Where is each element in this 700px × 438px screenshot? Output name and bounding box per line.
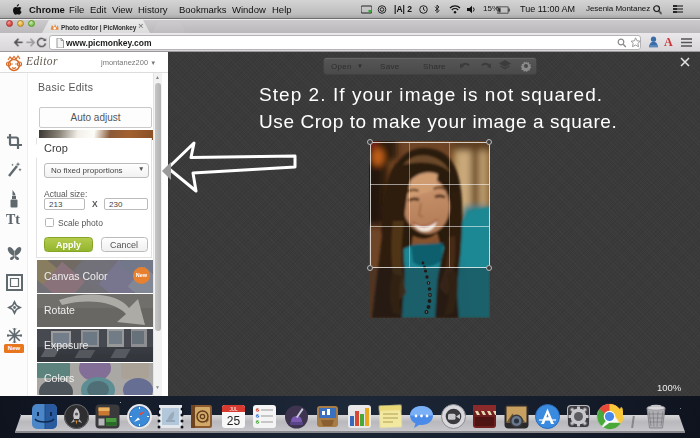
svg-text:JUL: JUL <box>229 407 237 412</box>
svg-text:25: 25 <box>227 414 241 428</box>
